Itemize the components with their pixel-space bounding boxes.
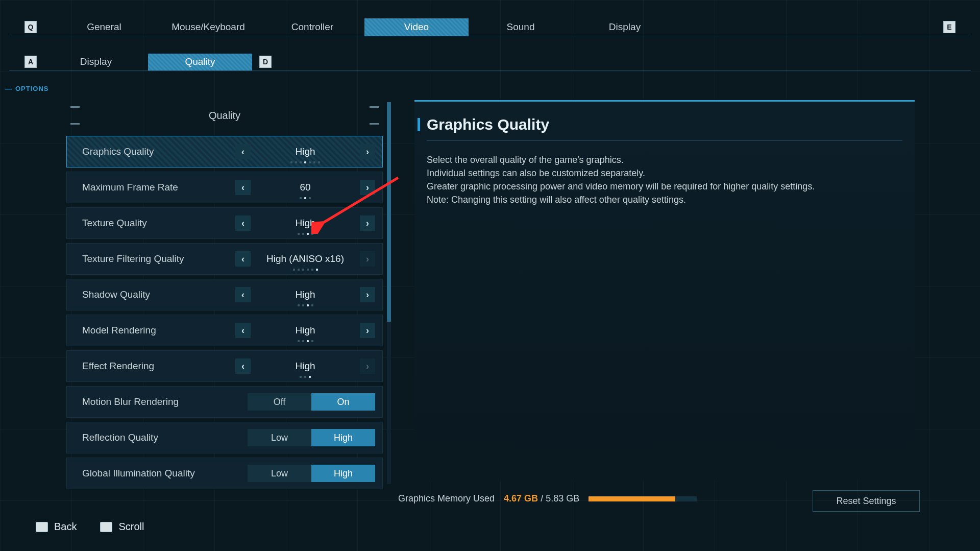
toggle-group: LowHigh [248, 465, 375, 482]
value-dots [251, 197, 360, 199]
prev-value-button[interactable]: ‹ [235, 251, 251, 267]
setting-row[interactable]: Shadow Quality‹High› [66, 279, 383, 310]
next-value-button[interactable]: › [360, 287, 375, 302]
toggle-option[interactable]: Off [248, 393, 311, 411]
setting-value: High [251, 218, 360, 229]
value-dots [251, 304, 360, 306]
prev-tab-key: Q [24, 21, 37, 33]
hint-scroll: Scroll [100, 521, 144, 533]
sub-tab-bar: A DisplayQuality D [9, 53, 971, 71]
memory-bar-fill [589, 496, 675, 501]
sub-tabs: DisplayQuality [44, 54, 252, 70]
setting-label: Graphics Quality [82, 146, 235, 157]
setting-value: High (ANISO x16) [251, 253, 360, 265]
graphics-memory: Graphics Memory Used 4.67 GB / 5.83 GB [398, 493, 697, 504]
setting-label: Motion Blur Rendering [82, 396, 235, 408]
prev-value-button[interactable]: ‹ [235, 323, 251, 338]
footer-hints: Back Scroll [36, 521, 144, 533]
setting-value: 60 [251, 182, 360, 193]
tab-video[interactable]: Video [364, 18, 469, 36]
setting-value: High [251, 289, 360, 300]
section-header: Quality [66, 100, 383, 131]
tab-controller[interactable]: Controller [260, 18, 364, 36]
subtab-quality[interactable]: Quality [148, 54, 252, 70]
setting-row[interactable]: Model Rendering‹High› [66, 315, 383, 346]
toggle-option[interactable]: Low [248, 429, 311, 446]
setting-row[interactable]: Global Illumination QualityLowHigh [66, 458, 383, 489]
value-dots [251, 161, 360, 163]
settings-scrollbar[interactable] [387, 102, 391, 484]
value-dots [251, 340, 360, 342]
esc-key-icon [36, 522, 48, 532]
setting-value: High [251, 146, 360, 157]
next-value-button[interactable]: › [360, 323, 375, 338]
setting-row[interactable]: Motion Blur RenderingOffOn [66, 386, 383, 418]
next-value-button[interactable]: › [360, 180, 375, 195]
setting-label: Reflection Quality [82, 432, 235, 443]
toggle-option[interactable]: On [311, 393, 375, 411]
next-value-button[interactable]: › [360, 358, 375, 374]
header-decor [70, 106, 80, 108]
memory-label: Graphics Memory Used [398, 493, 495, 504]
setting-label: Shadow Quality [82, 289, 235, 300]
scrollbar-thumb[interactable] [387, 102, 391, 322]
next-value-button[interactable]: › [360, 215, 375, 231]
reset-settings-button[interactable]: Reset Settings [813, 490, 920, 512]
next-value-button[interactable]: › [360, 144, 375, 159]
header-decor [70, 123, 80, 125]
settings-panel: Quality Graphics Quality‹High›Maximum Fr… [66, 100, 383, 493]
prev-value-button[interactable]: ‹ [235, 215, 251, 231]
setting-label: Maximum Frame Rate [82, 182, 235, 193]
setting-row[interactable]: Reflection QualityLowHigh [66, 422, 383, 453]
setting-label: Effect Rendering [82, 361, 235, 372]
setting-row[interactable]: Effect Rendering‹High› [66, 350, 383, 382]
toggle-option[interactable]: Low [248, 465, 311, 482]
memory-bar [589, 496, 697, 501]
tab-display[interactable]: Display [573, 18, 677, 36]
next-value-button[interactable]: › [360, 251, 375, 267]
value-dots [251, 233, 360, 235]
setting-value: High [251, 325, 360, 336]
prev-value-button[interactable]: ‹ [235, 180, 251, 195]
value-dots [251, 269, 360, 271]
setting-label: Texture Filtering Quality [82, 253, 235, 265]
memory-used: 4.67 GB [504, 493, 538, 504]
header-decor [370, 106, 379, 108]
top-tab-bar: Q GeneralMouse/KeyboardControllerVideoSo… [9, 18, 971, 36]
setting-value: High [251, 361, 360, 372]
description-body: Select the overall quality of the game's… [427, 153, 902, 206]
prev-value-button[interactable]: ‹ [235, 287, 251, 302]
value-dots [251, 376, 360, 378]
tab-mouse-keyboard[interactable]: Mouse/Keyboard [156, 18, 260, 36]
description-panel: Graphics Quality Select the overall qual… [414, 100, 915, 480]
memory-total: 5.83 GB [546, 493, 579, 504]
next-tab-key: E [943, 21, 955, 33]
description-title: Graphics Quality [427, 116, 902, 141]
top-tabs: GeneralMouse/KeyboardControllerVideoSoun… [52, 18, 928, 36]
setting-label: Global Illumination Quality [82, 468, 235, 479]
page-title: OPTIONS [5, 85, 49, 92]
toggle-group: LowHigh [248, 429, 375, 446]
tab-general[interactable]: General [52, 18, 156, 36]
prev-subtab-key: A [24, 56, 37, 68]
toggle-option[interactable]: High [311, 429, 375, 446]
section-title: Quality [209, 110, 240, 122]
hint-back: Back [36, 521, 77, 533]
setting-label: Texture Quality [82, 218, 235, 229]
setting-row[interactable]: Texture Filtering Quality‹High (ANISO x1… [66, 243, 383, 275]
toggle-option[interactable]: High [311, 465, 375, 482]
setting-row[interactable]: Graphics Quality‹High› [66, 136, 383, 167]
prev-value-button[interactable]: ‹ [235, 358, 251, 374]
mouse-icon [100, 522, 112, 532]
setting-row[interactable]: Maximum Frame Rate‹60› [66, 172, 383, 203]
tab-sound[interactable]: Sound [469, 18, 573, 36]
setting-row[interactable]: Texture Quality‹High› [66, 207, 383, 239]
toggle-group: OffOn [248, 393, 375, 411]
header-decor [370, 123, 379, 125]
next-subtab-key: D [259, 56, 272, 68]
prev-value-button[interactable]: ‹ [235, 144, 251, 159]
subtab-display[interactable]: Display [44, 54, 148, 70]
setting-label: Model Rendering [82, 325, 235, 336]
